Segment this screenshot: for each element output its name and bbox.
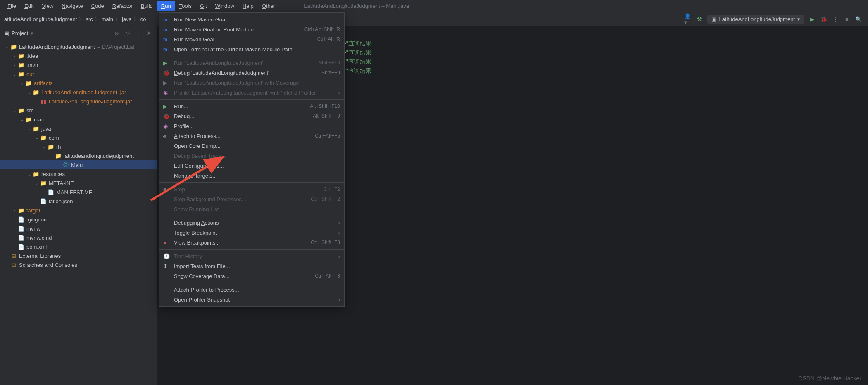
tree-node[interactable]: ›📁target — [0, 206, 157, 215]
run-icon[interactable]: ▶ — [809, 16, 816, 23]
menu-item[interactable]: mOpen Terminal at the Current Maven Modu… — [159, 44, 344, 54]
menu-item[interactable]: Edit Configurations... — [159, 161, 344, 171]
tree-node[interactable]: ⌄📁artifacts — [0, 78, 157, 88]
debug-icon[interactable]: 🐞 — [820, 16, 828, 23]
menu-item: Stop Background Processes...Ctrl+Shift+F… — [159, 194, 344, 204]
menu-item[interactable]: ◉Profile... — [159, 121, 344, 131]
project-panel-header: ▣ Project ▾ ⊕ ⇲ ⋮ ✕ — [0, 26, 157, 40]
tree-node[interactable]: ⌄📁META-INF — [0, 178, 157, 188]
tree-node[interactable]: ⒸMain — [0, 160, 157, 169]
menu-file[interactable]: File — [3, 1, 20, 11]
menu-item: ▶Run 'LatitudeAndLongitudeJudgment' with… — [159, 78, 344, 88]
menu-item: Debug Saved Trace... — [159, 151, 344, 161]
menu-item: ◉Profile 'LatitudeAndLongitudeJudgment' … — [159, 88, 344, 97]
window-title: LatitudeAndLongitudeJudgment – Main.java — [304, 3, 409, 9]
menu-help[interactable]: Help — [238, 1, 258, 11]
menu-edit[interactable]: Edit — [20, 1, 38, 11]
tree-node[interactable]: ⌄📁main — [0, 115, 157, 124]
menu-item: ▶Run 'LatitudeAndLongitudeJudgment'Shift… — [159, 58, 344, 68]
tree-node[interactable]: ›📁.mvn — [0, 60, 157, 69]
menubar: FileEditViewNavigateCodeRefactorBuildRun… — [0, 0, 868, 12]
tree-node[interactable]: ⌄📁rh — [0, 142, 157, 151]
tree-node[interactable]: ›📁.idea — [0, 51, 157, 60]
menu-build[interactable]: Build — [137, 1, 157, 11]
menu-item[interactable]: mRun Maven GoalCtrl+Alt+R — [159, 34, 344, 44]
tree-node[interactable]: ⌄📁java — [0, 124, 157, 133]
menu-view[interactable]: View — [38, 1, 57, 11]
breadcrumb-item[interactable]: main — [102, 16, 113, 22]
menu-item[interactable]: mRun Maven Goal on Root ModuleCtrl+Alt+S… — [159, 24, 344, 34]
menu-item[interactable]: Toggle Breakpoint› — [159, 228, 344, 238]
breadcrumb[interactable]: atitudeAndLongitudeJudgment〉 src〉 main〉 … — [0, 16, 146, 23]
stop-icon[interactable]: ■ — [843, 16, 851, 23]
tree-node[interactable]: 📄latlon.json — [0, 197, 157, 206]
locate-icon[interactable]: ⊕ — [113, 30, 120, 37]
tree-node[interactable]: ›⊡Scratches and Consoles — [0, 260, 157, 269]
search-icon[interactable]: 🔍 — [855, 16, 862, 23]
menu-run[interactable]: Run — [157, 1, 175, 11]
menu-item[interactable]: Debugging Actions› — [159, 218, 344, 228]
project-panel: ▣ Project ▾ ⊕ ⇲ ⋮ ✕ ⌄📁LatitudeAndLongitu… — [0, 26, 157, 385]
menu-item: Show Running List — [159, 204, 344, 214]
menu-other[interactable]: Other — [258, 1, 280, 11]
menu-git[interactable]: Git — [196, 1, 211, 11]
menu-tools[interactable]: Tools — [175, 1, 196, 11]
tree-node[interactable]: 📄mvnw — [0, 224, 157, 233]
tree-node[interactable]: 📄mvnw.cmd — [0, 233, 157, 242]
menu-navigate[interactable]: Navigate — [57, 1, 87, 11]
menu-item[interactable]: ●View Breakpoints...Ctrl+Shift+F8 — [159, 238, 344, 247]
user-icon[interactable]: 👤▾ — [684, 16, 692, 23]
tree-node[interactable]: ⌄📁LatitudeAndLongitudeJudgment– D:\Proje… — [0, 42, 157, 51]
project-tree[interactable]: ⌄📁LatitudeAndLongitudeJudgment– D:\Proje… — [0, 40, 157, 385]
settings-icon[interactable]: ✕ — [145, 30, 152, 37]
tree-node[interactable]: ⌄📁out — [0, 69, 157, 78]
tree-node[interactable]: ⌄📁com — [0, 133, 157, 142]
breadcrumb-item[interactable]: atitudeAndLongitudeJudgment — [4, 16, 77, 22]
menu-item[interactable]: 🐞Debug...Alt+Shift+F9 — [159, 111, 344, 121]
menu-item[interactable]: Manage Targets... — [159, 171, 344, 181]
chevron-down-icon[interactable]: ▾ — [31, 30, 33, 36]
tree-node[interactable]: ›⊞External Libraries — [0, 251, 157, 260]
menu-item: ■StopCtrl+F2 — [159, 184, 344, 194]
toolbar: atitudeAndLongitudeJudgment〉 src〉 main〉 … — [0, 12, 868, 26]
breadcrumb-item[interactable]: java — [122, 16, 132, 22]
menu-item[interactable]: ⎆Attach to Process...Ctrl+Alt+F5 — [159, 131, 344, 141]
tree-node[interactable]: ⌄📁src — [0, 106, 157, 115]
tree-node[interactable]: 📄.gitignore — [0, 215, 157, 224]
tree-node[interactable]: 📄pom.xml — [0, 242, 157, 251]
breadcrumb-item[interactable]: co — [140, 16, 146, 22]
application-icon: ▣ — [711, 16, 716, 22]
expand-icon[interactable]: ⇲ — [124, 30, 131, 37]
tree-node[interactable]: 📄MANIFEST.MF — [0, 188, 157, 197]
menu-item[interactable]: mRun New Maven Goal... — [159, 14, 344, 24]
tree-node[interactable]: ⌄📁LatitudeAndLongitudeJudgment_jar — [0, 88, 157, 97]
run-menu-dropdown: mRun New Maven Goal...mRun Maven Goal on… — [159, 12, 345, 307]
menu-item[interactable]: Show Coverage Data...Ctrl+Alt+F6 — [159, 271, 344, 281]
menu-item[interactable]: Attach Profiler to Process... — [159, 285, 344, 295]
breadcrumb-item[interactable]: src — [86, 16, 93, 22]
chevron-down-icon: ▾ — [797, 16, 800, 22]
tree-node[interactable]: ⌄📁latitudeandlongitudejudgment — [0, 151, 157, 160]
menu-item: 🕐Test History› — [159, 251, 344, 261]
tree-node[interactable]: ⌄📁resources — [0, 169, 157, 178]
menu-item[interactable]: ▶Run...Alt+Shift+F10 — [159, 101, 344, 111]
menu-code[interactable]: Code — [87, 1, 108, 11]
run-config-select[interactable]: ▣ LatitudeAndLongitudeJudgment ▾ — [707, 15, 804, 24]
menu-item[interactable]: 🐞Debug 'LatitudeAndLongitudeJudgment'Shi… — [159, 68, 344, 78]
hammer-icon[interactable]: ⚒ — [696, 16, 703, 23]
tree-node[interactable]: ▮▮LatitudeAndLongitudeJudgment.jar — [0, 97, 157, 106]
watermark: CSDN @Newbie Hacker — [798, 375, 861, 382]
menu-item[interactable]: Open Profiler Snapshot› — [159, 295, 344, 304]
more-run-icon[interactable]: ⋮ — [832, 16, 839, 23]
project-panel-title: Project — [12, 30, 28, 36]
collapse-icon[interactable]: ⋮ — [134, 30, 142, 37]
menu-refactor[interactable]: Refactor — [108, 1, 137, 11]
menu-window[interactable]: Window — [211, 1, 238, 11]
menu-item[interactable]: Open Core Dump... — [159, 141, 344, 151]
menu-item[interactable]: ↧Import Tests from File... — [159, 261, 344, 271]
run-config-label: LatitudeAndLongitudeJudgment — [719, 16, 795, 22]
folder-icon: ▣ — [4, 30, 9, 36]
